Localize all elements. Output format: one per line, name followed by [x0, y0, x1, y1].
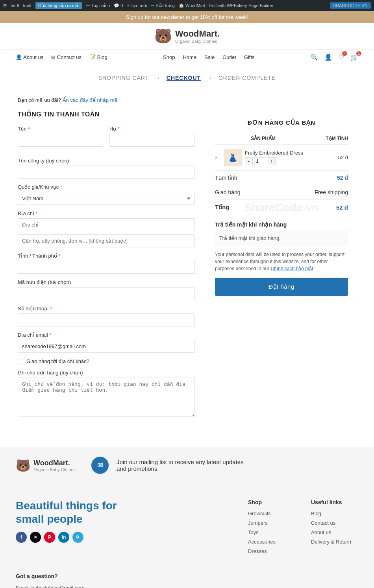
footer-logo-small: 🐻 WoodMart. Organic Baby Clothes [16, 459, 76, 472]
list-item: Growsuits [248, 510, 295, 516]
nav-blog[interactable]: 📝 Blog [89, 54, 107, 60]
useful-link-0[interactable]: Blog [311, 511, 321, 516]
admin-edit-page[interactable]: ✏ Sửa trang [151, 3, 175, 8]
admin-bar: ⊞ tmdt tmdt Cửa hàng sắp ra mắt ✏ Tùy ch… [0, 0, 374, 11]
notes-textarea[interactable] [18, 378, 195, 417]
newsletter-icon: ✉ [91, 457, 109, 474]
admin-shop-status[interactable]: Cửa hàng sắp ra mắt [35, 2, 82, 9]
admin-customize[interactable]: ✏ Tùy chỉnh [86, 3, 110, 8]
list-item: Delivery & Return [311, 538, 358, 545]
billing-form: THÔNG TIN THANH TOÁN Tên * Họ * Tên công… [18, 111, 195, 424]
address-input[interactable] [18, 218, 195, 231]
subtotal-row: Tạm tính 52 đ [215, 171, 348, 185]
linkedin-icon[interactable]: in [58, 532, 69, 543]
email-input[interactable] [18, 340, 195, 353]
qty-increase-btn[interactable]: + [268, 157, 276, 165]
footer-shop-col: Shop Growsuits Jumpers Toys Accessories … [248, 499, 295, 557]
notes-label: Ghi chú đơn hàng (tuỳ chọn) [18, 370, 195, 376]
wishlist-icon[interactable]: ♡4 [339, 53, 344, 61]
facebook-icon[interactable]: f [16, 532, 27, 543]
order-summary-wrapper: ĐƠN HÀNG CỦA BẠN SẢN PHẨM TẠM TÍNH × [207, 111, 356, 304]
nav-outlet[interactable]: Outlet [222, 54, 236, 60]
list-item: Accessories [248, 538, 295, 545]
nav-contact[interactable]: ✉ Contact us [51, 54, 81, 60]
logo[interactable]: 🐻 WoodMart. Organic Baby Clothes [154, 28, 220, 44]
footer-social: f ✕ P in ✈ [16, 532, 232, 543]
qty-controls: - + [245, 157, 303, 165]
useful-link-3[interactable]: Delivery & Return [311, 539, 351, 545]
shop-link-0[interactable]: Growsuits [248, 511, 271, 516]
email-group: Địa chỉ email * [18, 332, 195, 353]
lastname-input[interactable] [109, 134, 195, 147]
nav-shop[interactable]: Shop [163, 54, 175, 60]
promo-link[interactable]: Ấn vào đây để nhập mã [63, 97, 117, 103]
nav-about[interactable]: 👤 About us [16, 54, 43, 60]
step-cart[interactable]: SHOPPING CART [98, 75, 149, 81]
shop-link-4[interactable]: Dresses [248, 548, 267, 554]
phone-input[interactable] [18, 313, 195, 326]
footer-logo-sub: Organic Baby Clothes [33, 467, 76, 472]
ship-different-checkbox[interactable] [18, 359, 23, 364]
country-select[interactable]: Việt Nam [18, 192, 195, 205]
search-icon[interactable]: 🔍 [310, 53, 318, 61]
nav-gifts[interactable]: Gifts [244, 54, 255, 60]
checkout-layout: THÔNG TIN THANH TOÁN Tên * Họ * Tên công… [18, 111, 356, 424]
nav-home[interactable]: Home [183, 54, 196, 60]
qty-input[interactable] [254, 157, 266, 165]
payment-section: Trả tiền mặt khi nhận hàng Trả tiền mặt … [215, 221, 348, 245]
shop-link-3[interactable]: Accessories [248, 539, 276, 545]
payment-title: Trả tiền mặt khi nhận hàng [215, 221, 348, 228]
twitter-icon[interactable]: ✕ [30, 532, 41, 543]
checkout-container: Bạn có mã ưu đãi? Ấn vào đây để nhập mã … [10, 89, 364, 431]
shipping-checkbox-row: Giao hàng tới địa chỉ khác? [18, 358, 195, 364]
step-complete[interactable]: ORDER COMPLETE [218, 75, 276, 81]
nav-right: 🔍 👤 ♡4 🛒1 [310, 53, 358, 61]
step-checkout: CHECKOUT [167, 75, 201, 81]
address2-input[interactable] [18, 234, 195, 247]
user-icon[interactable]: 👤 [324, 53, 332, 61]
admin-comments[interactable]: 💬 0 [114, 3, 123, 8]
admin-new[interactable]: + Tạo mới [127, 3, 147, 8]
admin-woodmart[interactable]: 🏠 WoodMart [179, 3, 206, 8]
country-group: Quốc gia/Khu vực * Việt Nam [18, 184, 195, 205]
postal-input[interactable] [18, 287, 195, 300]
remove-product-btn[interactable]: × [215, 155, 218, 160]
useful-link-1[interactable]: Contact us [311, 520, 335, 526]
contact-col-title: Got a question? [16, 573, 146, 579]
company-label: Tên công ty (tuỳ chọn) [18, 158, 195, 164]
company-input[interactable] [18, 166, 195, 179]
list-item: Blog [311, 510, 358, 516]
admin-wpbakery[interactable]: Edit with WPBakery Page Builder [209, 3, 274, 8]
shop-link-2[interactable]: Toys [248, 529, 259, 535]
contact-email: Email: babyclothes@mail.com [16, 584, 146, 588]
footer-main: Beautiful things forsmall people f ✕ P i… [0, 483, 374, 588]
main-nav: 👤 About us ✉ Contact us 📝 Blog Shop Home… [0, 50, 374, 65]
subtotal-value: 52 đ [311, 171, 348, 185]
footer-contact-col: Got a question? Email: babyclothes@mail.… [16, 573, 146, 588]
place-order-button[interactable]: Đặt hàng [215, 278, 348, 296]
shop-link-1[interactable]: Jumpers [248, 520, 268, 526]
ship-different-label[interactable]: Giao hàng tới địa chỉ khác? [26, 358, 89, 364]
newsletter-text: Sign up for our newsletter to get 10% of… [126, 14, 248, 20]
table-row: × 👗 Fruity Embroidered Dress - + [215, 145, 348, 171]
firstname-input[interactable] [18, 134, 103, 147]
qty-decrease-btn[interactable]: - [245, 157, 253, 165]
nav-sale[interactable]: Sale [204, 54, 215, 60]
total-row: Tổng 52 đ [215, 200, 348, 215]
pinterest-icon[interactable]: P [44, 532, 55, 543]
country-label: Quốc gia/Khu vực * [18, 184, 195, 190]
privacy-link[interactable]: Chính sách bảo mật [270, 266, 313, 271]
site-header: 🐻 WoodMart. Organic Baby Clothes [0, 23, 374, 50]
cart-icon[interactable]: 🛒1 [350, 53, 358, 61]
footer-useful-col: Useful links Blog Contact us About us De… [311, 499, 358, 557]
logo-icon: 🐻 [154, 28, 172, 44]
total-label: Tổng [215, 200, 311, 215]
col-total: TẠM TÍNH [311, 133, 348, 145]
product-name: Fruity Embroidered Dress [245, 150, 303, 156]
city-label: Tỉnh / Thành phố * [18, 253, 195, 259]
telegram-icon[interactable]: ✈ [72, 532, 83, 543]
city-input[interactable] [18, 261, 195, 274]
useful-link-2[interactable]: About us [311, 529, 331, 535]
list-item: Toys [248, 529, 295, 535]
address-group: Địa chỉ * [18, 210, 195, 247]
